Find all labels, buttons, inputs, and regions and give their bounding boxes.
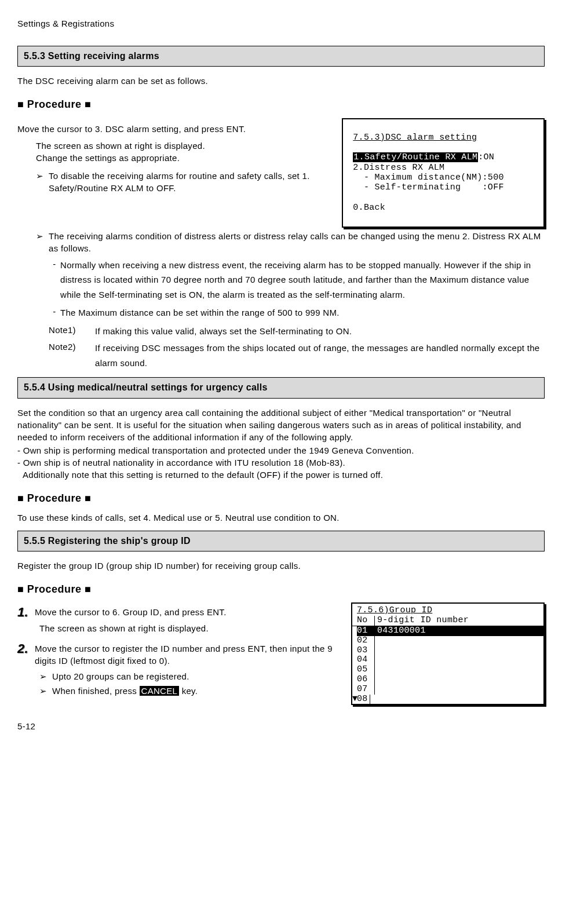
dsc-alarm-screen: 7.5.3)DSC alarm setting 1.Safety/Routine… bbox=[342, 118, 545, 228]
screen1-line1-value: :ON bbox=[478, 152, 494, 162]
sec553-dash2: The Maximum distance can be set within t… bbox=[60, 305, 545, 320]
screen2-row-id bbox=[375, 665, 543, 675]
table-row: 01043100001 bbox=[352, 626, 543, 636]
sec553-step1-sub-b: Change the settings as appropriate. bbox=[36, 152, 334, 164]
group-id-screen: 7.5.6)Group ID No 9-digit ID number 0104… bbox=[351, 602, 545, 705]
sec554-p2: - Own ship is performing medical transpo… bbox=[17, 444, 545, 456]
procedure-heading-555: ■ Procedure ■ bbox=[17, 582, 545, 597]
bullet-marker: ➢ bbox=[36, 170, 49, 194]
screen2-row-no: 04 bbox=[357, 655, 375, 665]
screen2-row-no: 02 bbox=[357, 636, 375, 646]
step1-sub: The screen as shown at right is displaye… bbox=[39, 622, 343, 634]
sec554-p4: Additionally note that this setting is r… bbox=[17, 469, 545, 481]
screen2-row-id bbox=[375, 685, 543, 695]
section-555-title: 5.5.5 Registering the ship's group ID bbox=[17, 531, 545, 552]
dash-marker: - bbox=[49, 258, 60, 302]
screen2-row-no: 06 bbox=[357, 675, 375, 685]
note2-label: Note2) bbox=[49, 341, 95, 370]
sec553-intro: The DSC receiving alarm can be set as fo… bbox=[17, 75, 545, 87]
sec553-bullet1: To disable the receiving alarms for rout… bbox=[49, 170, 334, 194]
bullet-marker: ➢ bbox=[39, 670, 52, 682]
note1-text: If making this value valid, always set t… bbox=[95, 324, 545, 339]
sec553-dash1: Normally when receiving a new distress e… bbox=[60, 258, 545, 302]
screen1-title: 7.5.3)DSC alarm setting bbox=[353, 133, 477, 143]
screen2-row-no: 01 bbox=[357, 626, 375, 636]
sec553-step1: Move the cursor to 3. DSC alarm setting,… bbox=[17, 123, 334, 135]
step1-number: 1. bbox=[17, 606, 35, 619]
sec554-p3: - Own ship is of neutral nationality in … bbox=[17, 456, 545, 469]
screen2-header-no: No bbox=[357, 616, 375, 626]
sec554-p5: To use these kinds of calls, set 4. Medi… bbox=[17, 512, 545, 524]
screen2-row-no: 03 bbox=[357, 646, 375, 656]
scroll-down-arrow-icon: ▼ bbox=[352, 695, 357, 704]
screen1-line3: - Maximum distance(NM):500 bbox=[348, 173, 504, 182]
screen2-row-id bbox=[375, 675, 543, 685]
note1-label: Note1) bbox=[49, 324, 95, 339]
procedure-heading-553: ■ Procedure ■ bbox=[17, 97, 545, 112]
step2-number: 2. bbox=[17, 642, 35, 667]
screen2-row-id: 043100001 bbox=[375, 626, 543, 636]
screen2-title: 7.5.6)Group ID bbox=[352, 604, 543, 616]
table-row: 04 bbox=[352, 655, 543, 665]
screen1-line4: - Self-terminating :OFF bbox=[348, 182, 504, 192]
step2-text: Move the cursor to register the ID numbe… bbox=[35, 642, 343, 667]
sec554-p1: Set the condition so that an urgency are… bbox=[17, 407, 545, 443]
screen2-row-no: 07 bbox=[357, 685, 375, 695]
page-number: 5-12 bbox=[17, 720, 545, 732]
section-554-title: 5.5.4 Using medical/neutral settings for… bbox=[17, 377, 545, 398]
step1-text: Move the cursor to 6. Group ID, and pres… bbox=[35, 606, 343, 619]
dash-marker: - bbox=[49, 305, 60, 320]
screen2-row-id bbox=[375, 636, 543, 646]
table-row: 05 bbox=[352, 665, 543, 675]
table-row: 07 bbox=[352, 685, 543, 695]
screen2-row-id bbox=[375, 655, 543, 665]
screen2-row-no: 08 bbox=[357, 695, 370, 704]
note2-text: If receiving DSC messages from the ships… bbox=[95, 341, 545, 370]
sec553-bullet2: The receiving alarms condition of distre… bbox=[49, 230, 545, 254]
table-row: 02 bbox=[352, 636, 543, 646]
screen2-header-id: 9-digit ID number bbox=[375, 616, 543, 626]
cancel-key: CANCEL bbox=[140, 686, 180, 696]
table-row: 06 bbox=[352, 675, 543, 685]
screen1-line2: 2.Distress RX ALM bbox=[348, 163, 444, 173]
bullet-marker: ➢ bbox=[36, 230, 49, 254]
screen1-line1-selected: 1.Safety/Routine RX ALM bbox=[353, 152, 478, 162]
page-header: Settings & Registrations bbox=[17, 17, 545, 30]
sec553-step1-sub-a: The screen as shown at right is displaye… bbox=[36, 140, 334, 152]
screen2-row-id bbox=[370, 695, 543, 704]
screen2-row-id bbox=[375, 646, 543, 656]
section-553-title: 5.5.3 Setting receiving alarms bbox=[17, 46, 545, 67]
procedure-heading-554: ■ Procedure ■ bbox=[17, 491, 545, 506]
sec555-bullet1: Upto 20 groups can be registered. bbox=[52, 670, 189, 682]
screen1-line5: 0.Back bbox=[348, 203, 385, 213]
screen2-row-no: 05 bbox=[357, 665, 375, 675]
bullet-marker: ➢ bbox=[39, 685, 52, 697]
table-row: 03 bbox=[352, 646, 543, 656]
sec555-bullet2: When finished, press CANCEL key. bbox=[52, 685, 198, 697]
sec555-intro: Register the group ID (group ship ID num… bbox=[17, 560, 545, 572]
